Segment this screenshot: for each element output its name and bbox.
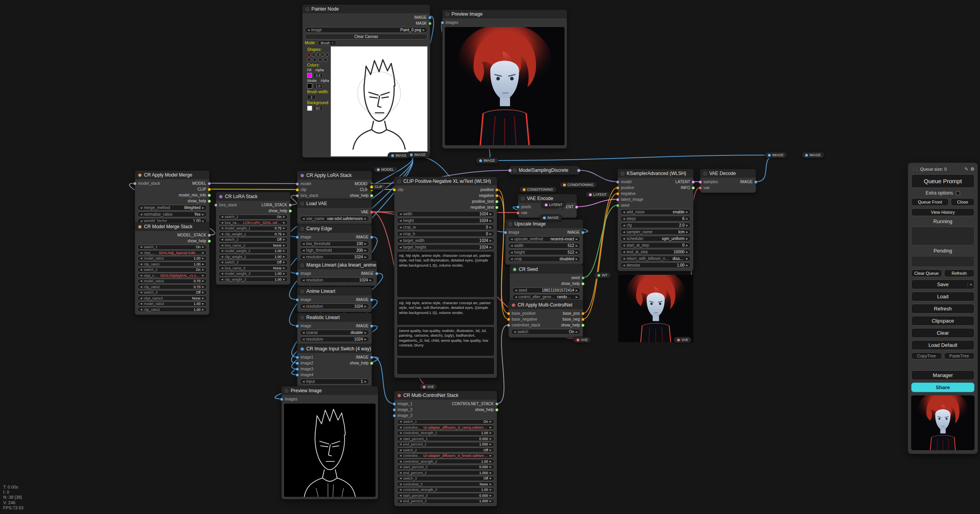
shape-tool-button[interactable] [318, 58, 322, 62]
widget-height[interactable]: ◀height1024▶ [397, 218, 494, 224]
menu-drag-handle[interactable]: ⋮⋮ [911, 167, 918, 172]
increment-arrow-icon[interactable]: ▶ [202, 285, 204, 289]
node-title-bar[interactable]: CR Image Input Switch (4 way) [297, 344, 372, 353]
increment-arrow-icon[interactable]: ▶ [370, 279, 372, 282]
settings-gear-icon[interactable]: ⚙ [970, 166, 975, 172]
decrement-arrow-icon[interactable]: ◀ [140, 274, 142, 277]
decrement-arrow-icon[interactable]: ◀ [399, 233, 401, 236]
decrement-arrow-icon[interactable]: ◀ [140, 285, 142, 289]
input-slot-model[interactable] [616, 180, 619, 184]
input-slot-clip[interactable] [296, 188, 299, 191]
node-cr-image-input-switch[interactable]: CR Image Input Switch (4 way)image1IMAGE… [297, 344, 372, 388]
reroute-pill-image[interactable]: IMAGE [539, 215, 562, 221]
input-slot-vae[interactable] [516, 211, 520, 215]
edit-icon[interactable]: ✎ [964, 166, 968, 172]
output-slot-image[interactable] [370, 325, 373, 328]
decrement-arrow-icon[interactable]: ◀ [140, 251, 142, 254]
decrement-arrow-icon[interactable]: ◀ [515, 289, 517, 292]
fill-color-swatch[interactable] [307, 73, 312, 78]
widget-end-percent-2[interactable]: ◀end_percent_21.000▶ [397, 470, 494, 475]
widget-switch-1[interactable]: ◀switch_1On▶ [218, 215, 288, 220]
clear-button[interactable]: Clear [911, 328, 975, 338]
collapse-toggle-icon[interactable] [446, 13, 449, 16]
refresh-queue-button[interactable]: Refresh [944, 269, 975, 277]
increment-arrow-icon[interactable]: ▶ [283, 267, 285, 270]
decrement-arrow-icon[interactable]: ◀ [511, 238, 512, 241]
input-slot-seed[interactable] [616, 204, 619, 207]
output-slot-positive-text[interactable] [495, 200, 498, 203]
widget-merge-method[interactable]: ◀merge_methodWeighted▶ [137, 205, 207, 211]
increment-arrow-icon[interactable]: ▶ [576, 289, 578, 292]
output-slot-image[interactable] [375, 272, 378, 275]
widget-vae-name[interactable]: ◀vae_namevae-sdxl.safetensors▶ [300, 216, 369, 222]
output-slot-negative[interactable] [495, 194, 498, 197]
output-slot-show-help[interactable] [495, 408, 498, 411]
widget-clip-ratio1[interactable]: ◀clip_ratio11.00▶ [137, 262, 207, 267]
widget-return-with-leftover-noise[interactable]: ◀return_with_leftover_noisedisable▶ [620, 256, 691, 262]
increment-arrow-icon[interactable]: ▶ [686, 224, 688, 227]
collapse-toggle-icon[interactable] [300, 316, 304, 319]
increment-arrow-icon[interactable]: ▶ [365, 217, 367, 220]
widget-end-percent-3[interactable]: ◀end_percent_31.000▶ [397, 499, 494, 504]
increment-arrow-icon[interactable]: ▶ [490, 494, 492, 497]
collapse-toggle-icon[interactable] [285, 389, 288, 393]
output-slot-lora-stack[interactable] [289, 204, 292, 207]
increment-arrow-icon[interactable]: ▶ [202, 280, 204, 283]
decrement-arrow-icon[interactable]: ◀ [399, 226, 401, 229]
decrement-arrow-icon[interactable]: ◀ [399, 443, 401, 446]
input-slot-image-3[interactable] [393, 414, 396, 417]
decrement-arrow-icon[interactable]: ◀ [399, 449, 401, 452]
output-slot-model-mix-info[interactable] [208, 194, 211, 197]
save-button[interactable]: Save▾ [911, 280, 975, 289]
widget-controlnet-strength-1[interactable]: ◀controlnet_strength_11.00▶ [397, 431, 494, 436]
increment-arrow-icon[interactable]: ▶ [490, 246, 492, 249]
decrement-arrow-icon[interactable]: ◀ [140, 280, 142, 283]
textarea-positive_l[interactable]: niji, Niji style, anime style, character… [397, 299, 494, 325]
widget-width[interactable]: ◀width1024▶ [397, 211, 494, 217]
output-slot-mask[interactable] [428, 22, 432, 25]
widget-switch[interactable]: ◀switchOn▶ [511, 329, 581, 335]
decrement-arrow-icon[interactable]: ◀ [511, 244, 512, 247]
widget-lora-name-3[interactable]: ◀lora_name_3None▶ [218, 265, 288, 271]
increment-arrow-icon[interactable]: ▶ [365, 242, 367, 245]
decrement-arrow-icon[interactable]: ◀ [515, 296, 517, 299]
node-title-bar[interactable]: CLIP Positive-Negative XL w/Text (WLSH) [394, 177, 497, 186]
widget-model-ratio2[interactable]: ◀model_ratio20.70▶ [137, 279, 207, 284]
widget-switch-1[interactable]: ◀switch_1On▶ [137, 245, 207, 250]
increment-arrow-icon[interactable]: ▶ [365, 305, 367, 308]
collapse-toggle-icon[interactable] [300, 202, 304, 206]
widget-model-weight-3[interactable]: ◀model_weight_31.00▶ [218, 271, 288, 276]
decrement-arrow-icon[interactable]: ◀ [302, 256, 304, 259]
widget-image[interactable]: ◀imagePaint_0.png▶ [305, 27, 428, 33]
manager-button[interactable]: Manager [911, 370, 975, 380]
decrement-arrow-icon[interactable]: ◀ [221, 267, 223, 270]
output-slot-latent[interactable] [575, 206, 578, 209]
decrement-arrow-icon[interactable]: ◀ [399, 431, 401, 435]
input-slot-pixels[interactable] [516, 206, 520, 209]
node-anime-lineart[interactable]: Anime LineartimageIMAGE◀resolution1024▶ [297, 287, 372, 312]
widget-clip-ratio2[interactable]: ◀clip_ratio20.70▶ [137, 284, 207, 289]
increment-arrow-icon[interactable]: ▶ [686, 237, 688, 240]
collapse-toggle-icon[interactable] [513, 268, 516, 271]
node-cr-apply-lora-stack[interactable]: CR Apply LoRA StackmodelMODELclipCLIPlor… [297, 171, 372, 201]
decrement-arrow-icon[interactable]: ◀ [302, 249, 304, 252]
decrement-arrow-icon[interactable]: ◀ [221, 255, 223, 258]
share-button[interactable]: Share [911, 382, 975, 392]
increment-arrow-icon[interactable]: ▶ [202, 263, 204, 266]
node-preview-image-top[interactable]: Preview Imageimages [442, 9, 567, 149]
widget-end-percent-1[interactable]: ◀end_percent_11.000▶ [397, 442, 494, 447]
decrement-arrow-icon[interactable]: ◀ [221, 227, 223, 230]
input-slot-controlnet-stack[interactable] [507, 324, 510, 327]
node-title-bar[interactable]: CR Apply Multi-ControlNet [509, 301, 583, 309]
input-slot-lora-stack[interactable] [296, 194, 299, 197]
node-cr-multi-controlnet-stack[interactable]: CR Multi-ControlNet Stackimage_1CONTROLN… [394, 391, 497, 507]
node-sampler-preview[interactable] [616, 272, 696, 342]
increment-arrow-icon[interactable]: ▶ [202, 245, 204, 249]
decrement-arrow-icon[interactable]: ◀ [221, 215, 223, 218]
decrement-arrow-icon[interactable]: ◀ [623, 217, 625, 220]
increment-arrow-icon[interactable]: ▶ [490, 477, 492, 480]
increment-arrow-icon[interactable]: ▶ [490, 471, 492, 474]
shape-tool-button[interactable] [321, 52, 324, 57]
output-slot-negative-text[interactable] [495, 206, 498, 209]
decrement-arrow-icon[interactable]: ◀ [399, 465, 401, 469]
